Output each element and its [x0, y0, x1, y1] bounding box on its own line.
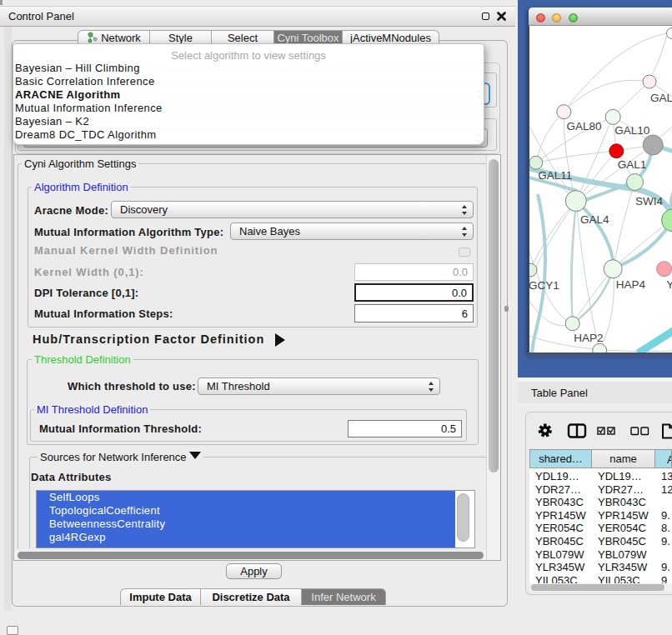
svg-text:GAL10: GAL10: [614, 124, 649, 137]
svg-text:HAP2: HAP2: [574, 332, 603, 344]
svg-text:GAL1: GAL1: [618, 158, 647, 171]
svg-text:GAL11: GAL11: [538, 169, 572, 182]
svg-text:GCY1: GCY1: [529, 279, 559, 292]
svg-text:Y: Y: [666, 278, 672, 291]
svg-text:SWI4: SWI4: [635, 195, 663, 208]
svg-text:GAL4: GAL4: [580, 213, 609, 226]
svg-text:GAL: GAL: [650, 92, 672, 104]
svg-text:GAL80: GAL80: [566, 120, 601, 132]
svg-text:HAP4: HAP4: [616, 278, 646, 291]
